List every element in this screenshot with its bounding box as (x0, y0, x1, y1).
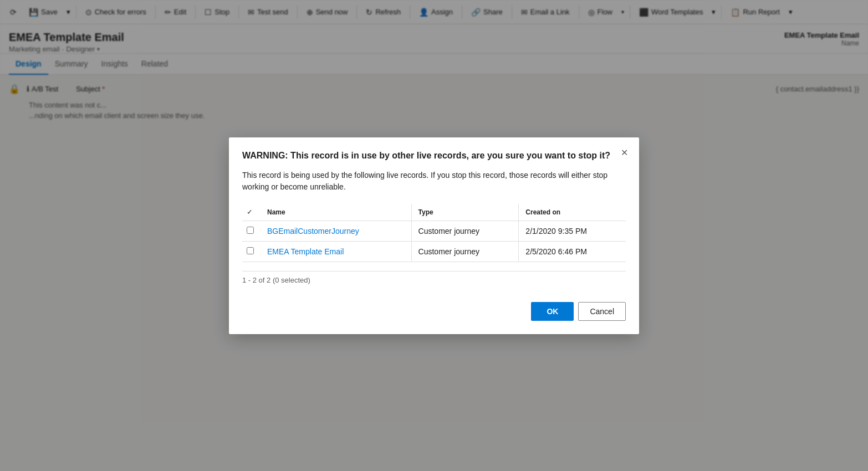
records-table: ✓ Name Type Created on BGEmailCustomerJo… (242, 204, 626, 262)
dialog-close-button[interactable]: ✕ (619, 146, 630, 160)
dialog-title: WARNING: This record is in use by other … (242, 151, 626, 161)
row-created-1: 2/1/2020 9:35 PM (519, 221, 626, 241)
row-checkbox-2[interactable] (242, 241, 261, 262)
table-header-created-on: Created on (519, 204, 626, 221)
cancel-button[interactable]: Cancel (578, 302, 626, 321)
checkbox-2[interactable] (247, 247, 254, 254)
ok-button[interactable]: OK (531, 302, 574, 321)
dialog-description: This record is being used by the followi… (242, 170, 626, 193)
row-name-1: BGEmailCustomerJourney (261, 221, 411, 241)
record-link-1[interactable]: BGEmailCustomerJourney (267, 227, 359, 235)
row-type-2: Customer journey (411, 241, 519, 262)
table-row: EMEA Template Email Customer journey 2/5… (242, 241, 626, 262)
table-row: BGEmailCustomerJourney Customer journey … (242, 221, 626, 241)
table-header-check: ✓ (242, 204, 261, 221)
table-header-name: Name (261, 204, 411, 221)
table-header-type: Type (411, 204, 519, 221)
row-name-2: EMEA Template Email (261, 241, 411, 262)
row-type-1: Customer journey (411, 221, 519, 241)
modal-overlay: ✕ WARNING: This record is in use by othe… (0, 0, 868, 407)
dialog-actions: OK Cancel (242, 302, 626, 321)
table-footer: 1 - 2 of 2 (0 selected) (242, 271, 626, 289)
row-created-2: 2/5/2020 6:46 PM (519, 241, 626, 262)
checkbox-1[interactable] (247, 227, 254, 234)
record-link-2[interactable]: EMEA Template Email (267, 247, 344, 256)
row-checkbox-1[interactable] (242, 221, 261, 241)
warning-dialog: ✕ WARNING: This record is in use by othe… (229, 137, 639, 334)
